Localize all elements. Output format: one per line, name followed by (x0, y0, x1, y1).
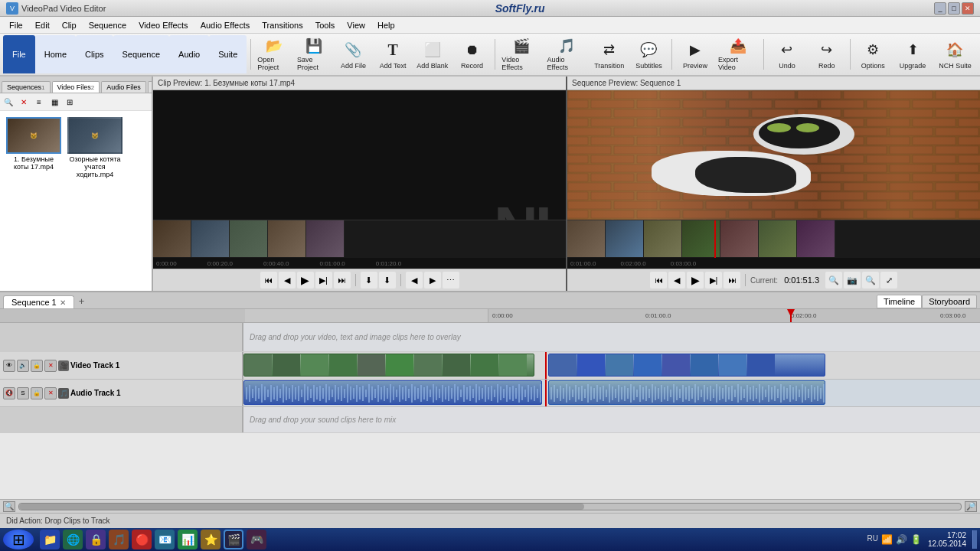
taskbar-app2-icon[interactable]: 🎵 (109, 530, 129, 549)
clip-next-frame-button[interactable]: ▶| (315, 272, 332, 289)
taskbar-app3-icon[interactable]: 📧 (155, 530, 175, 549)
video-track-delete-button[interactable]: ✕ (44, 360, 57, 372)
timeline-view-tab[interactable]: Timeline (877, 295, 922, 308)
window-controls[interactable]: _ □ ✕ (934, 2, 974, 15)
export-video-button[interactable]: 📤 Export Video (716, 35, 760, 73)
clip-go-end-button[interactable]: ⏭ (334, 272, 351, 289)
taskbar-videopad-icon[interactable]: 🎬 (224, 530, 243, 549)
undo-button[interactable]: ↩ Undo (768, 35, 806, 73)
search-files-button[interactable]: 🔍 (2, 95, 15, 109)
clip-set-out-button[interactable]: ⬇ (379, 272, 396, 289)
menu-transitions[interactable]: Transitions (256, 19, 309, 31)
taskbar-app4-icon[interactable]: 📊 (178, 530, 198, 549)
menu-clip[interactable]: Clip (56, 19, 83, 31)
network-icon[interactable]: 📶 (881, 534, 893, 545)
timeline-zoom-out-button[interactable]: 🔍 (3, 501, 15, 512)
video-track-lock-button[interactable]: 🔒 (31, 360, 43, 372)
record-button[interactable]: ⏺ Record (453, 35, 492, 73)
menu-edit[interactable]: Edit (29, 19, 56, 31)
large-thumb-button[interactable]: ⊞ (63, 95, 77, 109)
menu-sequence[interactable]: Sequence (83, 19, 133, 31)
taskbar-app5-icon[interactable]: 🎮 (247, 530, 266, 549)
clip-nav-button[interactable]: ⋯ (443, 272, 459, 289)
minimize-button[interactable]: _ (934, 2, 946, 15)
taskbar-app1-icon[interactable]: 🔒 (86, 530, 106, 549)
empty-track-space[interactable] (0, 433, 980, 499)
tab-images[interactable]: Images (148, 81, 152, 93)
close-button[interactable]: ✕ (962, 2, 974, 15)
clip-set-in-button[interactable]: ⬇ (361, 272, 377, 289)
audio-track-content[interactable] (243, 380, 980, 406)
maximize-button[interactable]: □ (948, 2, 960, 15)
preview-button[interactable]: ▶ Preview (676, 35, 714, 73)
seq-zoom-out-button[interactable]: 🔍 (862, 272, 879, 289)
redo-button[interactable]: ↪ Redo (808, 35, 846, 73)
audio-clip-1[interactable] (243, 380, 542, 405)
video-clip-1[interactable] (243, 354, 534, 377)
audio-track-delete-button[interactable]: ✕ (44, 387, 57, 399)
taskbar-browser-icon[interactable]: 🌐 (63, 530, 83, 549)
taskbar-opera-icon[interactable]: 🔴 (132, 530, 152, 549)
upgrade-button[interactable]: ⬆ Upgrade (893, 35, 932, 73)
video-effects-button[interactable]: 🎬 Video Effects (499, 35, 543, 73)
sequence-preview-video[interactable] (567, 90, 980, 220)
seq-snap-button[interactable]: 📷 (844, 272, 861, 289)
nch-suite-button[interactable]: 🏠 NCH Suite (933, 35, 977, 73)
menu-audio-effects[interactable]: Audio Effects (194, 19, 256, 31)
clip-play-button[interactable]: ▶ (297, 272, 314, 289)
seq-tab-close-button[interactable]: ✕ (60, 298, 66, 307)
toolbar-clips-tab[interactable]: Clips (76, 35, 113, 73)
video-clip-2[interactable] (548, 354, 825, 377)
sequence-tab-1[interactable]: Sequence 1 ✕ (3, 295, 74, 308)
power-icon[interactable]: 🔋 (910, 534, 922, 545)
add-file-button[interactable]: 📎 Add File (335, 35, 373, 73)
seq-prev-frame-button[interactable]: ◀ (668, 272, 685, 289)
video-track-visibility-button[interactable]: 👁 (3, 360, 15, 372)
seq-next-frame-button[interactable]: ▶| (705, 272, 722, 289)
audio-clip-2[interactable] (548, 380, 825, 405)
save-project-button[interactable]: 💾 Save Project (295, 35, 333, 73)
tab-audio-files[interactable]: Audio Files (101, 81, 146, 93)
add-text-button[interactable]: T Add Text (374, 35, 412, 73)
seq-play-button[interactable]: ▶ (687, 272, 704, 289)
menu-help[interactable]: Help (371, 19, 401, 31)
transition-button[interactable]: ⇄ Transition (590, 35, 629, 73)
add-sequence-button[interactable]: + (74, 294, 90, 308)
volume-icon[interactable]: 🔊 (896, 534, 907, 545)
taskbar-explorer-icon[interactable]: 📁 (40, 530, 60, 549)
audio-track-solo-button[interactable]: S (17, 387, 29, 399)
clip-append-button[interactable]: ▶ (424, 272, 441, 289)
delete-file-button[interactable]: ✕ (17, 95, 31, 109)
clip-go-start-button[interactable]: ⏮ (260, 272, 277, 289)
seq-zoom-in-button[interactable]: 🔍 (825, 272, 842, 289)
timeline-zoom-in-button[interactable]: 🔎 (965, 501, 977, 512)
seq-go-start-button[interactable]: ⏮ (650, 272, 667, 289)
seq-fullscreen-button[interactable]: ⤢ (880, 272, 897, 289)
toolbar-suite-tab[interactable]: Suite (209, 35, 247, 73)
video-track-audio-button[interactable]: 🔊 (17, 360, 29, 372)
file-item-1[interactable]: 🐱 1. Безумные коты 17.mp4 (6, 117, 61, 178)
video-track-content[interactable] (243, 352, 980, 379)
tab-sequences[interactable]: Sequences1 (2, 81, 51, 93)
show-desktop-button[interactable] (972, 530, 977, 549)
menu-video-effects[interactable]: Video Effects (132, 19, 194, 31)
menu-view[interactable]: View (341, 19, 371, 31)
start-button[interactable]: ⊞ (3, 530, 34, 549)
open-project-button[interactable]: 📂 Open Project (255, 35, 293, 73)
toolbar-file-tab[interactable]: File (3, 35, 35, 73)
menu-file[interactable]: File (3, 19, 29, 31)
file-item-2[interactable]: 🐱 Озорные котята учатся ходить.mp4 (67, 117, 122, 178)
menu-tools[interactable]: Tools (309, 19, 341, 31)
clip-prev-frame-button[interactable]: ◀ (279, 272, 296, 289)
clip-insert-button[interactable]: ◀ (406, 272, 423, 289)
toolbar-sequence-tab[interactable]: Sequence (113, 35, 170, 73)
taskbar-nch-icon[interactable]: ⭐ (201, 530, 220, 549)
audio-track-lock-button[interactable]: 🔒 (31, 387, 43, 399)
toolbar-audio-tab[interactable]: Audio (169, 35, 209, 73)
add-blank-button[interactable]: ⬜ Add Blank (413, 35, 452, 73)
tab-video-files[interactable]: Video Files2 (52, 81, 100, 93)
options-button[interactable]: ⚙ Options (854, 35, 892, 73)
list-view-button[interactable]: ≡ (32, 95, 46, 109)
audio-track-mute-button[interactable]: 🔇 (3, 387, 15, 399)
toolbar-home-tab[interactable]: Home (35, 35, 76, 73)
